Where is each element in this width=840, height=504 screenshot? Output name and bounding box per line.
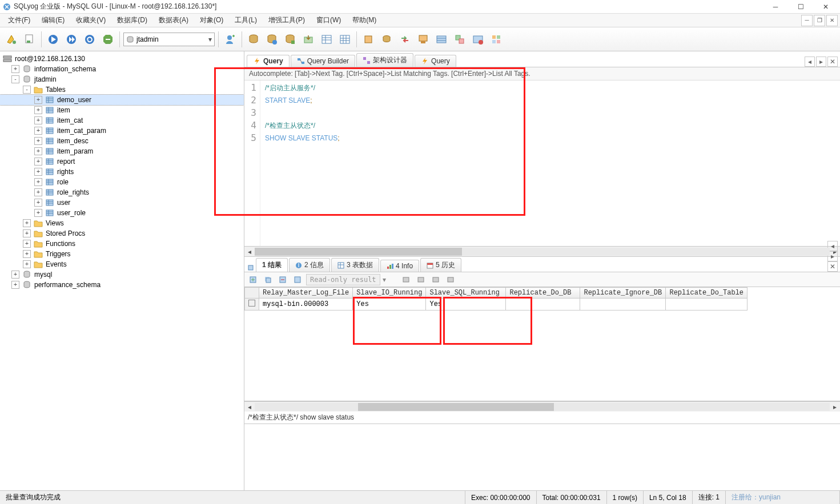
tree-table-item-desc[interactable]: +item_desc xyxy=(0,136,244,146)
table-view-button[interactable] xyxy=(319,31,335,47)
scroll-left-icon[interactable]: ◂ xyxy=(244,402,255,412)
minimize-button[interactable]: ─ xyxy=(763,1,787,13)
row-checkbox-cell[interactable] xyxy=(245,299,259,311)
tool-g-button[interactable] xyxy=(488,31,504,47)
tree-table-rights[interactable]: +rights xyxy=(0,167,244,177)
export-button[interactable] xyxy=(300,31,316,47)
sync-button[interactable] xyxy=(397,31,413,47)
close-button[interactable]: ✕ xyxy=(814,1,838,13)
result-prev-page-button[interactable] xyxy=(415,274,427,285)
menu-tools[interactable]: 工具(L) xyxy=(229,15,263,25)
editor-scrollbar[interactable]: ◂ ▸ xyxy=(244,246,840,256)
tree-folder-triggers[interactable]: + Triggers xyxy=(0,249,244,259)
menu-favorites[interactable]: 收藏夹(V) xyxy=(70,15,111,25)
results-pin-icon[interactable] xyxy=(247,264,255,272)
user-manager-button[interactable] xyxy=(222,31,238,47)
col-replicate-ignore-db[interactable]: Replicate_Ignore_DB xyxy=(580,288,666,299)
tab-schema-designer[interactable]: 架构设计器 xyxy=(356,53,413,67)
col-replicate-do-table[interactable]: Replicate_Do_Table xyxy=(666,288,747,299)
menu-objects[interactable]: 对象(O) xyxy=(194,15,229,25)
tree-table-item-cat-param[interactable]: +item_cat_param xyxy=(0,126,244,136)
tree-table-demo-user[interactable]: +demo_user xyxy=(0,95,244,105)
tool-f-button[interactable] xyxy=(470,31,486,47)
tab-query[interactable]: Query xyxy=(247,55,290,67)
tool-a-button[interactable] xyxy=(360,31,376,47)
execute-all-button[interactable] xyxy=(63,31,79,47)
mdi-minimize-button[interactable]: ─ xyxy=(801,15,813,26)
expand-icon[interactable]: + xyxy=(34,106,42,114)
col-slave-sql-running[interactable]: Slave_SQL_Running xyxy=(426,288,506,299)
menu-window[interactable]: 窗口(W) xyxy=(311,15,347,25)
result-add-row-button[interactable] xyxy=(247,274,259,285)
tree-table-item-param[interactable]: +item_param xyxy=(0,146,244,156)
expand-icon[interactable]: + xyxy=(23,240,31,248)
tree-table-item[interactable]: +item xyxy=(0,105,244,115)
tab-query-builder[interactable]: Query Builder xyxy=(291,55,355,67)
expand-icon[interactable]: + xyxy=(23,250,31,258)
tree-table-user[interactable]: +user xyxy=(0,197,244,208)
menu-table[interactable]: 数据表(A) xyxy=(153,15,194,25)
menu-file[interactable]: 文件(F) xyxy=(2,15,36,25)
grid-cell[interactable] xyxy=(580,299,666,311)
grid-cell[interactable]: Yes xyxy=(426,299,506,311)
expand-icon[interactable]: + xyxy=(11,281,19,289)
tree-table-item-cat[interactable]: +item_cat xyxy=(0,115,244,126)
tab-history[interactable]: 5 历史 xyxy=(420,258,461,272)
col-relay-master-log-file[interactable]: Relay_Master_Log_File xyxy=(259,288,353,299)
tool-b-button[interactable] xyxy=(379,31,395,47)
result-first-button[interactable] xyxy=(400,274,412,285)
grid-cell[interactable]: mysql-bin.000003 xyxy=(259,299,353,311)
scroll-right-icon[interactable]: ▸ xyxy=(830,402,840,412)
collapse-icon[interactable]: - xyxy=(23,86,31,94)
expand-icon[interactable]: + xyxy=(34,199,42,207)
tree-folder-events[interactable]: + Events xyxy=(0,259,244,269)
tool-d-button[interactable] xyxy=(433,31,449,47)
expand-icon[interactable]: + xyxy=(23,219,31,227)
tree-db-mysql[interactable]: + mysql xyxy=(0,269,244,280)
expand-icon[interactable]: + xyxy=(11,271,19,279)
grid-cell[interactable] xyxy=(506,299,580,311)
schema-tree[interactable]: root@192.168.126.130 + information_schem… xyxy=(0,51,244,490)
tree-folder-stored-procs[interactable]: + Stored Procs xyxy=(0,228,244,239)
code-area[interactable]: /*启动主从服务*/ START SLAVE; /*检查主从状态*/ SHOW … xyxy=(260,80,840,246)
tree-table-role[interactable]: +role xyxy=(0,177,244,187)
tree-table-report[interactable]: +report xyxy=(0,156,244,167)
tree-db-jtadmin[interactable]: - jtadmin xyxy=(0,74,244,84)
expand-icon[interactable]: + xyxy=(34,147,42,155)
grid-row[interactable]: mysql-bin.000003 Yes Yes xyxy=(245,299,747,311)
menu-database[interactable]: 数据库(D) xyxy=(111,15,153,25)
tab-next-button[interactable]: ▸ xyxy=(816,57,826,67)
menu-edit[interactable]: 编辑(E) xyxy=(36,15,70,25)
tree-table-user-role[interactable]: +user_role xyxy=(0,208,244,218)
tool-db3-button[interactable] xyxy=(282,31,298,47)
expand-icon[interactable]: + xyxy=(34,137,42,145)
tab-table-data[interactable]: 3 表数据 xyxy=(331,258,379,272)
tab-info[interactable]: 4 Info xyxy=(380,260,419,272)
tool-db2-button[interactable] xyxy=(264,31,280,47)
row-checkbox[interactable] xyxy=(248,300,255,307)
tool-c-button[interactable] xyxy=(415,31,431,47)
expand-icon[interactable]: + xyxy=(34,116,42,124)
col-slave-io-running[interactable]: Slave_IO_Running xyxy=(353,288,426,299)
tree-folder-views[interactable]: + Views xyxy=(0,218,244,228)
refresh-button[interactable] xyxy=(82,31,98,47)
expand-icon[interactable]: + xyxy=(11,65,19,73)
expand-icon[interactable]: + xyxy=(34,127,42,135)
tree-folder-tables[interactable]: - Tables xyxy=(0,84,244,95)
new-query-button[interactable] xyxy=(22,31,38,47)
mdi-restore-button[interactable]: ❐ xyxy=(814,15,825,26)
tree-root[interactable]: root@192.168.126.130 xyxy=(0,54,244,64)
tool-e-button[interactable] xyxy=(452,31,468,47)
tree-table-role-rights[interactable]: +role_rights xyxy=(0,187,244,197)
collapse-icon[interactable]: - xyxy=(11,75,19,83)
expand-icon[interactable]: + xyxy=(23,229,31,237)
tab-prev-button[interactable]: ◂ xyxy=(805,57,815,67)
tab-messages[interactable]: i 2 信息 xyxy=(289,258,330,272)
menu-powertools[interactable]: 增强工具(P) xyxy=(263,15,311,25)
database-selector[interactable]: jtadmin ▾ xyxy=(123,33,215,46)
grid-view-button[interactable] xyxy=(337,31,353,47)
expand-icon[interactable]: + xyxy=(34,188,42,196)
expand-icon[interactable]: + xyxy=(34,168,42,176)
grid-cell[interactable]: Yes xyxy=(353,299,426,311)
expand-icon[interactable]: + xyxy=(34,178,42,186)
